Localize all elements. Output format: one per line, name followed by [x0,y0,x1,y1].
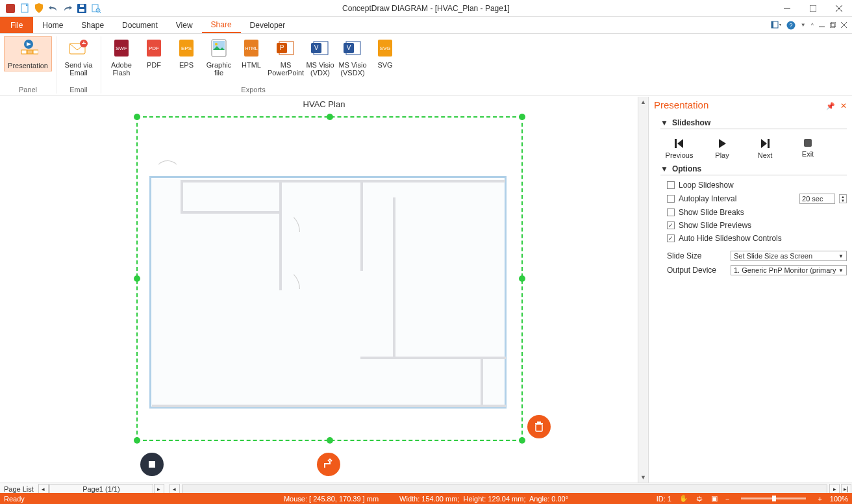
export-vsdx-button[interactable]: V MS Visio (VSDX) [336,36,369,78]
pdf-icon: PDF [144,38,164,58]
undo-icon[interactable] [48,3,58,14]
presentation-panel: Presentation 📌 ✕ ▼Slideshow Previous Pla… [648,97,852,483]
slidesize-dropdown[interactable]: Set Slide Size as Screen▼ [731,251,847,261]
save-icon[interactable] [77,3,87,14]
resize-handle-tl[interactable] [134,114,140,120]
resize-handle-ml[interactable] [134,275,140,282]
canvas-vertical-scrollbar[interactable]: ▲ ▼ [638,97,648,483]
zoom-level[interactable]: 100% [830,495,848,503]
pin-icon[interactable]: 📌 [826,102,835,110]
fit-page-icon[interactable]: ▣ [711,494,718,503]
drawing-canvas[interactable]: HVAC Plan [0,97,648,483]
close-button[interactable] [826,0,852,17]
page-title: HVAC Plan [0,97,648,112]
collapse-icon[interactable]: ▼ [660,164,668,173]
svg-point-35 [215,43,218,45]
pan-icon[interactable]: ✋ [679,494,688,503]
zoom-slider[interactable] [741,498,806,499]
tab-document[interactable]: Document [113,17,167,33]
collapse-icon[interactable]: ▼ [660,118,668,127]
collapse-ribbon-icon[interactable]: ^ [811,22,814,29]
inner-close-icon[interactable] [841,22,847,28]
resize-handle-mr[interactable] [519,275,525,282]
svg-line-7 [99,12,101,13]
export-svg-button[interactable]: SVG SVG [369,36,401,78]
powerpoint-icon: P [275,38,296,58]
door-arc [155,160,181,186]
resize-handle-bl[interactable] [134,437,140,444]
resize-handle-bm[interactable] [327,437,333,444]
zoom-area-icon[interactable]: ⯐ [696,495,703,503]
export-pdf-button[interactable]: PDF PDF [138,36,170,78]
wall [181,180,505,183]
chevron-down-icon: ▼ [838,253,844,259]
resize-handle-br[interactable] [519,437,525,444]
svg-rect-0 [6,4,15,13]
previews-label: Show Slide Previews [679,221,751,230]
zoom-out-button[interactable]: − [725,495,729,503]
breaks-checkbox[interactable] [667,208,675,216]
canvas-horizontal-scrollbar[interactable] [182,485,827,494]
svg-rect-54 [768,139,770,148]
autoplay-checkbox[interactable] [667,195,675,203]
help-icon[interactable]: ? [786,21,796,30]
tab-home[interactable]: Home [33,17,72,33]
email-group-label: Email [69,86,88,94]
tab-shape[interactable]: Shape [72,17,113,33]
scroll-down-icon[interactable]: ▼ [638,472,648,483]
status-ready: Ready [4,495,25,503]
svg-rect-3 [79,9,84,12]
slideshow-play-button[interactable]: Play [707,138,737,159]
panels-dropdown-icon[interactable] [771,21,781,30]
minimize-button[interactable] [774,0,800,17]
chevron-down-icon: ▼ [838,268,844,273]
autohide-checkbox[interactable] [667,234,675,242]
inner-restore-icon[interactable] [830,22,836,28]
shield-icon[interactable] [34,3,44,14]
delete-fab[interactable] [527,415,551,438]
export-vdx-button[interactable]: V MS Visio (VDX) [304,36,336,78]
visio-vsdx-icon: V [342,38,363,58]
svg-text:?: ? [789,22,792,29]
outputdevice-dropdown[interactable]: 1. Generic PnP Monitor (primary▼ [731,265,847,275]
new-doc-icon[interactable] [19,3,30,14]
window-title: ConceptDraw DIAGRAM - [HVAC_Plan - Page1… [342,4,510,13]
autoplay-interval-input[interactable]: 20 sec [799,194,835,204]
slideshow-next-button[interactable]: Next [750,138,780,159]
help-dropdown-icon[interactable]: ▼ [801,22,806,28]
presentation-button[interactable]: Presentation [4,36,52,71]
status-angle: Angle: 0.00° [529,495,568,503]
svg-text:PDF: PDF [149,45,159,51]
zoom-in-button[interactable]: + [818,495,821,503]
scroll-up-icon[interactable]: ▲ [638,97,648,107]
slidesize-label: Slide Size [667,251,725,260]
previews-checkbox[interactable] [667,221,675,229]
export-flash-button[interactable]: SWF Adobe Flash [105,36,138,78]
route-fab[interactable] [317,453,340,476]
send-email-button[interactable]: Send via Email [60,36,97,78]
export-ppt-button[interactable]: P MS PowerPoint [268,36,304,78]
export-html-button[interactable]: HTML HTML [235,36,268,78]
tab-file[interactable]: File [0,17,33,33]
resize-handle-tr[interactable] [519,114,525,120]
tab-developer[interactable]: Developer [241,17,295,33]
slideshow-previous-button[interactable]: Previous [664,138,694,159]
stop-fab[interactable] [140,453,164,476]
loop-checkbox[interactable] [667,181,675,189]
maximize-button[interactable] [800,0,826,17]
resize-handle-tm[interactable] [327,114,333,120]
panel-close-icon[interactable]: ✕ [840,101,847,110]
swf-icon: SWF [111,38,132,58]
slideshow-exit-button[interactable]: Exit [793,138,823,159]
svg-icon: SVG [375,38,395,58]
export-eps-button[interactable]: EPS EPS [170,36,203,78]
panel-title: Presentation [654,99,708,110]
print-preview-icon[interactable] [91,3,101,14]
export-graphic-button[interactable]: Graphic file [203,36,235,78]
redo-icon[interactable] [62,3,73,14]
tab-share[interactable]: Share [202,17,241,33]
wall [393,197,395,359]
tab-view[interactable]: View [167,17,202,33]
spin-down-icon[interactable]: ▼ [840,199,846,203]
inner-minimize-icon[interactable] [819,22,825,28]
